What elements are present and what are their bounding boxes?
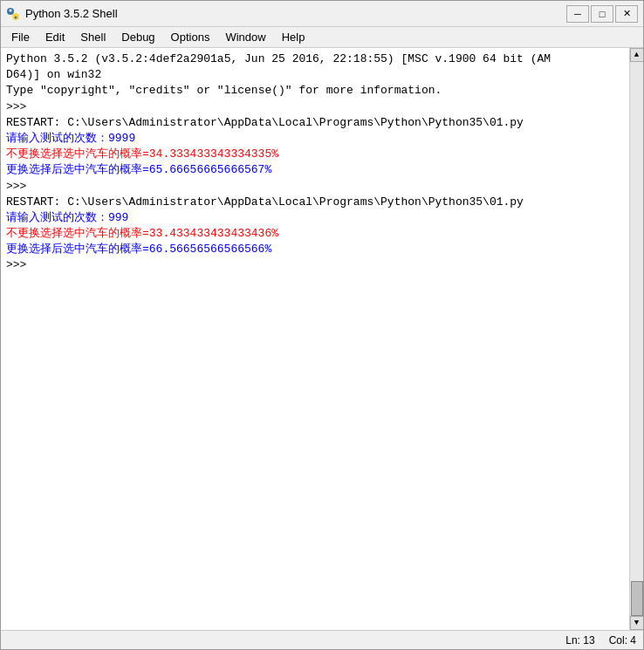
window-title: Python 3.5.2 Shell — [25, 7, 118, 20]
status-bar: Ln: 13 Col: 4 — [1, 630, 643, 649]
window-controls: ─ □ ✕ — [566, 5, 638, 23]
no-change-prob-2: 不更换选择选中汽车的概率=33.433433433433436% — [6, 227, 278, 240]
title-bar: Python 3.5.2 Shell ─ □ ✕ — [1, 1, 643, 27]
scroll-thumb[interactable] — [631, 581, 643, 616]
scroll-up-arrow[interactable]: ▲ — [630, 48, 644, 62]
input-prompt-1: 请输入测试的次数：9999 — [6, 132, 135, 145]
menu-options[interactable]: Options — [164, 29, 217, 45]
close-button[interactable]: ✕ — [615, 5, 638, 23]
status-ln: Ln: 13 — [565, 634, 594, 647]
prompt-3: >>> — [6, 258, 33, 271]
menu-file[interactable]: File — [4, 29, 37, 45]
menu-help[interactable]: Help — [275, 29, 312, 45]
scroll-thumb-area — [630, 62, 643, 616]
title-bar-left: Python 3.5.2 Shell — [6, 7, 118, 21]
no-change-prob-1: 不更换选择选中汽车的概率=34.333433343334335% — [6, 147, 278, 161]
shell-output[interactable]: Python 3.5.2 (v3.5.2:4def2a2901a5, Jun 2… — [1, 48, 629, 630]
change-prob-1: 更换选择后选中汽车的概率=65.66656665666567% — [6, 163, 271, 176]
menu-debug[interactable]: Debug — [114, 29, 161, 45]
change-prob-2: 更换选择后选中汽车的概率=66.56656566566566% — [6, 243, 271, 256]
menu-bar: File Edit Shell Debug Options Window Hel… — [1, 27, 643, 48]
menu-window[interactable]: Window — [218, 29, 272, 45]
main-window: Python 3.5.2 Shell ─ □ ✕ File Edit Shell… — [0, 0, 644, 650]
status-col: Col: 4 — [609, 634, 636, 647]
line-1: Python 3.5.2 (v3.5.2:4def2a2901a5, Jun 2… — [6, 52, 551, 113]
svg-point-3 — [15, 16, 17, 18]
scroll-down-arrow[interactable]: ▼ — [630, 616, 644, 630]
shell-wrapper: Python 3.5.2 (v3.5.2:4def2a2901a5, Jun 2… — [1, 48, 643, 630]
maximize-button[interactable]: □ — [591, 5, 613, 23]
menu-edit[interactable]: Edit — [38, 29, 72, 45]
input-prompt-2: 请输入测试的次数：999 — [6, 211, 128, 224]
restart-line-1: RESTART: C:\Users\Administrator\AppData\… — [6, 116, 524, 129]
shell-text: Python 3.5.2 (v3.5.2:4def2a2901a5, Jun 2… — [6, 51, 624, 274]
svg-point-2 — [10, 9, 12, 11]
scrollbar[interactable]: ▲ ▼ — [629, 48, 643, 630]
menu-shell[interactable]: Shell — [73, 29, 113, 45]
prompt-2: >>> — [6, 180, 33, 193]
restart-line-2: RESTART: C:\Users\Administrator\AppData\… — [6, 195, 524, 209]
minimize-button[interactable]: ─ — [566, 5, 589, 23]
python-icon — [6, 7, 20, 21]
